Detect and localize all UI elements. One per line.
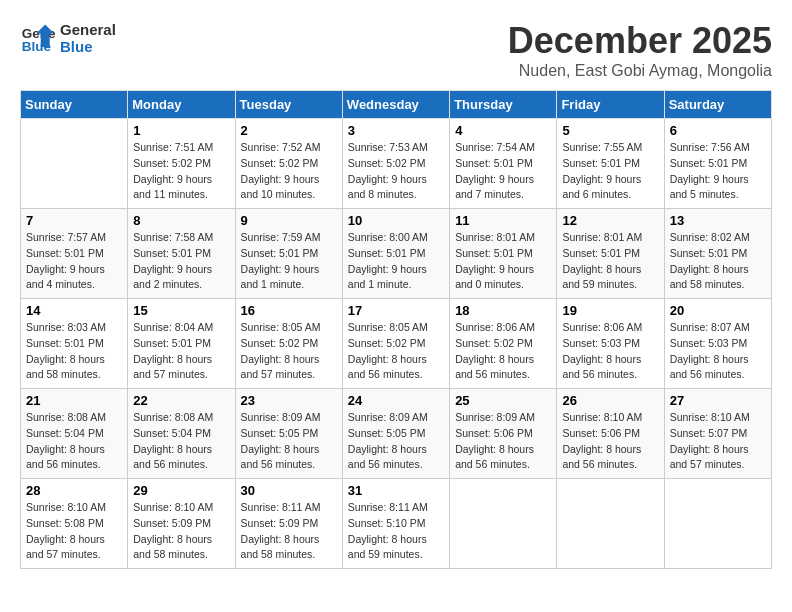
weekday-header-row: SundayMondayTuesdayWednesdayThursdayFrid… bbox=[21, 91, 772, 119]
month-title: December 2025 bbox=[508, 20, 772, 62]
day-info: Sunrise: 8:05 AMSunset: 5:02 PMDaylight:… bbox=[348, 320, 444, 383]
calendar-cell: 28Sunrise: 8:10 AMSunset: 5:08 PMDayligh… bbox=[21, 479, 128, 569]
day-number: 10 bbox=[348, 213, 444, 228]
day-number: 3 bbox=[348, 123, 444, 138]
calendar-cell: 19Sunrise: 8:06 AMSunset: 5:03 PMDayligh… bbox=[557, 299, 664, 389]
logo: General Blue General Blue bbox=[20, 20, 116, 56]
day-number: 22 bbox=[133, 393, 229, 408]
day-info: Sunrise: 8:10 AMSunset: 5:08 PMDaylight:… bbox=[26, 500, 122, 563]
day-info: Sunrise: 8:06 AMSunset: 5:02 PMDaylight:… bbox=[455, 320, 551, 383]
calendar-cell: 10Sunrise: 8:00 AMSunset: 5:01 PMDayligh… bbox=[342, 209, 449, 299]
day-number: 8 bbox=[133, 213, 229, 228]
day-info: Sunrise: 8:11 AMSunset: 5:10 PMDaylight:… bbox=[348, 500, 444, 563]
day-info: Sunrise: 8:11 AMSunset: 5:09 PMDaylight:… bbox=[241, 500, 337, 563]
day-info: Sunrise: 8:04 AMSunset: 5:01 PMDaylight:… bbox=[133, 320, 229, 383]
day-number: 31 bbox=[348, 483, 444, 498]
calendar-cell: 3Sunrise: 7:53 AMSunset: 5:02 PMDaylight… bbox=[342, 119, 449, 209]
calendar-cell: 7Sunrise: 7:57 AMSunset: 5:01 PMDaylight… bbox=[21, 209, 128, 299]
day-number: 1 bbox=[133, 123, 229, 138]
day-info: Sunrise: 7:58 AMSunset: 5:01 PMDaylight:… bbox=[133, 230, 229, 293]
day-info: Sunrise: 8:01 AMSunset: 5:01 PMDaylight:… bbox=[455, 230, 551, 293]
day-number: 4 bbox=[455, 123, 551, 138]
calendar-cell: 15Sunrise: 8:04 AMSunset: 5:01 PMDayligh… bbox=[128, 299, 235, 389]
calendar-cell: 26Sunrise: 8:10 AMSunset: 5:06 PMDayligh… bbox=[557, 389, 664, 479]
weekday-header-wednesday: Wednesday bbox=[342, 91, 449, 119]
calendar-cell: 11Sunrise: 8:01 AMSunset: 5:01 PMDayligh… bbox=[450, 209, 557, 299]
day-number: 16 bbox=[241, 303, 337, 318]
page-header: General Blue General Blue December 2025 … bbox=[20, 20, 772, 80]
calendar-cell: 13Sunrise: 8:02 AMSunset: 5:01 PMDayligh… bbox=[664, 209, 771, 299]
day-info: Sunrise: 8:10 AMSunset: 5:09 PMDaylight:… bbox=[133, 500, 229, 563]
weekday-header-sunday: Sunday bbox=[21, 91, 128, 119]
day-info: Sunrise: 7:52 AMSunset: 5:02 PMDaylight:… bbox=[241, 140, 337, 203]
title-block: December 2025 Nuden, East Gobi Aymag, Mo… bbox=[508, 20, 772, 80]
calendar-cell: 4Sunrise: 7:54 AMSunset: 5:01 PMDaylight… bbox=[450, 119, 557, 209]
weekday-header-tuesday: Tuesday bbox=[235, 91, 342, 119]
day-number: 20 bbox=[670, 303, 766, 318]
calendar-cell bbox=[21, 119, 128, 209]
calendar-cell: 29Sunrise: 8:10 AMSunset: 5:09 PMDayligh… bbox=[128, 479, 235, 569]
day-info: Sunrise: 8:08 AMSunset: 5:04 PMDaylight:… bbox=[26, 410, 122, 473]
calendar-cell: 20Sunrise: 8:07 AMSunset: 5:03 PMDayligh… bbox=[664, 299, 771, 389]
day-info: Sunrise: 8:07 AMSunset: 5:03 PMDaylight:… bbox=[670, 320, 766, 383]
calendar-cell: 22Sunrise: 8:08 AMSunset: 5:04 PMDayligh… bbox=[128, 389, 235, 479]
day-number: 14 bbox=[26, 303, 122, 318]
calendar-table: SundayMondayTuesdayWednesdayThursdayFrid… bbox=[20, 90, 772, 569]
location-title: Nuden, East Gobi Aymag, Mongolia bbox=[508, 62, 772, 80]
day-number: 11 bbox=[455, 213, 551, 228]
day-info: Sunrise: 7:59 AMSunset: 5:01 PMDaylight:… bbox=[241, 230, 337, 293]
calendar-cell: 31Sunrise: 8:11 AMSunset: 5:10 PMDayligh… bbox=[342, 479, 449, 569]
day-info: Sunrise: 7:56 AMSunset: 5:01 PMDaylight:… bbox=[670, 140, 766, 203]
weekday-header-friday: Friday bbox=[557, 91, 664, 119]
day-number: 30 bbox=[241, 483, 337, 498]
day-info: Sunrise: 8:09 AMSunset: 5:05 PMDaylight:… bbox=[348, 410, 444, 473]
day-info: Sunrise: 8:08 AMSunset: 5:04 PMDaylight:… bbox=[133, 410, 229, 473]
calendar-cell: 21Sunrise: 8:08 AMSunset: 5:04 PMDayligh… bbox=[21, 389, 128, 479]
day-number: 12 bbox=[562, 213, 658, 228]
weekday-header-monday: Monday bbox=[128, 91, 235, 119]
logo-blue: Blue bbox=[60, 38, 116, 55]
day-info: Sunrise: 8:09 AMSunset: 5:05 PMDaylight:… bbox=[241, 410, 337, 473]
day-number: 23 bbox=[241, 393, 337, 408]
day-info: Sunrise: 8:00 AMSunset: 5:01 PMDaylight:… bbox=[348, 230, 444, 293]
calendar-cell bbox=[664, 479, 771, 569]
calendar-week-4: 21Sunrise: 8:08 AMSunset: 5:04 PMDayligh… bbox=[21, 389, 772, 479]
day-info: Sunrise: 7:57 AMSunset: 5:01 PMDaylight:… bbox=[26, 230, 122, 293]
calendar-cell: 5Sunrise: 7:55 AMSunset: 5:01 PMDaylight… bbox=[557, 119, 664, 209]
day-info: Sunrise: 7:54 AMSunset: 5:01 PMDaylight:… bbox=[455, 140, 551, 203]
day-number: 6 bbox=[670, 123, 766, 138]
day-number: 25 bbox=[455, 393, 551, 408]
day-info: Sunrise: 7:55 AMSunset: 5:01 PMDaylight:… bbox=[562, 140, 658, 203]
day-number: 7 bbox=[26, 213, 122, 228]
day-number: 19 bbox=[562, 303, 658, 318]
day-info: Sunrise: 8:10 AMSunset: 5:06 PMDaylight:… bbox=[562, 410, 658, 473]
calendar-cell: 6Sunrise: 7:56 AMSunset: 5:01 PMDaylight… bbox=[664, 119, 771, 209]
calendar-week-2: 7Sunrise: 7:57 AMSunset: 5:01 PMDaylight… bbox=[21, 209, 772, 299]
calendar-cell: 2Sunrise: 7:52 AMSunset: 5:02 PMDaylight… bbox=[235, 119, 342, 209]
calendar-cell: 12Sunrise: 8:01 AMSunset: 5:01 PMDayligh… bbox=[557, 209, 664, 299]
calendar-week-3: 14Sunrise: 8:03 AMSunset: 5:01 PMDayligh… bbox=[21, 299, 772, 389]
calendar-cell: 9Sunrise: 7:59 AMSunset: 5:01 PMDaylight… bbox=[235, 209, 342, 299]
day-number: 26 bbox=[562, 393, 658, 408]
day-info: Sunrise: 7:53 AMSunset: 5:02 PMDaylight:… bbox=[348, 140, 444, 203]
day-number: 17 bbox=[348, 303, 444, 318]
calendar-cell: 17Sunrise: 8:05 AMSunset: 5:02 PMDayligh… bbox=[342, 299, 449, 389]
day-info: Sunrise: 7:51 AMSunset: 5:02 PMDaylight:… bbox=[133, 140, 229, 203]
day-info: Sunrise: 8:03 AMSunset: 5:01 PMDaylight:… bbox=[26, 320, 122, 383]
calendar-cell bbox=[450, 479, 557, 569]
calendar-cell: 25Sunrise: 8:09 AMSunset: 5:06 PMDayligh… bbox=[450, 389, 557, 479]
day-number: 29 bbox=[133, 483, 229, 498]
day-number: 21 bbox=[26, 393, 122, 408]
day-info: Sunrise: 8:09 AMSunset: 5:06 PMDaylight:… bbox=[455, 410, 551, 473]
day-info: Sunrise: 8:06 AMSunset: 5:03 PMDaylight:… bbox=[562, 320, 658, 383]
calendar-week-5: 28Sunrise: 8:10 AMSunset: 5:08 PMDayligh… bbox=[21, 479, 772, 569]
logo-icon: General Blue bbox=[20, 20, 56, 56]
logo-general: General bbox=[60, 21, 116, 38]
calendar-cell: 30Sunrise: 8:11 AMSunset: 5:09 PMDayligh… bbox=[235, 479, 342, 569]
calendar-week-1: 1Sunrise: 7:51 AMSunset: 5:02 PMDaylight… bbox=[21, 119, 772, 209]
calendar-cell bbox=[557, 479, 664, 569]
day-number: 28 bbox=[26, 483, 122, 498]
day-number: 2 bbox=[241, 123, 337, 138]
day-number: 5 bbox=[562, 123, 658, 138]
day-info: Sunrise: 8:10 AMSunset: 5:07 PMDaylight:… bbox=[670, 410, 766, 473]
